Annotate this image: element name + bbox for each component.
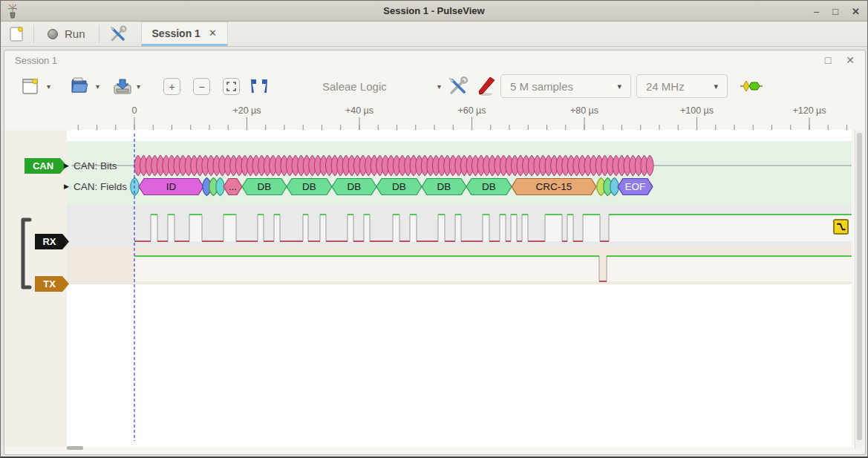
can-bit-annotation (185, 155, 192, 176)
decoder-tag-can[interactable]: CAN (25, 158, 67, 174)
can-bit-annotation (140, 155, 148, 176)
can-bit-annotation (219, 155, 226, 176)
can-bit-annotation (528, 155, 535, 176)
can-field-label: DB (258, 181, 272, 192)
can-bit-annotation (213, 155, 221, 176)
channel-tag-rx[interactable]: RX (35, 234, 69, 249)
can-field-annotation (604, 178, 612, 196)
vertical-scrollbar-handle[interactable] (857, 133, 862, 440)
can-field-label: ID (166, 181, 177, 192)
can-bit-annotation (235, 155, 243, 176)
falling-edge-icon (835, 221, 846, 232)
can-bit-annotation (590, 155, 598, 176)
tab-close-icon[interactable]: ✕ (209, 27, 217, 39)
can-bit-annotation (359, 155, 367, 176)
can-bit-annotation (472, 155, 480, 176)
can-bit-annotation (512, 155, 519, 176)
can-bit-annotation (168, 155, 175, 176)
can-bit-annotation (314, 155, 322, 176)
can-bit-annotation (556, 155, 564, 176)
rx-band (67, 205, 852, 246)
can-bit-annotation (551, 155, 558, 176)
can-bit-annotation (337, 155, 345, 176)
tx-band (67, 246, 852, 284)
channel-tag-tx[interactable]: TX (35, 276, 69, 292)
can-bit-annotation (151, 155, 159, 176)
can-bit-annotation (326, 155, 333, 176)
settings-button[interactable] (101, 22, 135, 46)
can-bit-annotation (264, 155, 271, 176)
plot-background (67, 130, 852, 447)
can-bit-annotation (517, 155, 524, 176)
can-field-label: DB (302, 181, 316, 192)
can-bit-annotation (624, 155, 631, 176)
window-title: Session 1 - PulseView (1, 5, 867, 16)
new-session-button[interactable] (1, 22, 32, 46)
expander-can-bits-icon[interactable]: ▶ (64, 162, 69, 169)
main-toolbar: Run Session 1 ✕ (1, 22, 867, 47)
can-bit-annotation (342, 155, 350, 176)
waveform-canvas: ID...DBDBDBDBDBDBCRC-15EOF (4, 50, 865, 454)
can-bit-annotation (483, 155, 491, 176)
can-bit-annotation (630, 155, 637, 176)
can-bit-annotation (601, 155, 609, 176)
can-field-annotation (618, 179, 653, 195)
can-bit-annotation (163, 155, 170, 176)
can-field-annotation (139, 179, 203, 195)
can-bit-annotation (157, 155, 164, 176)
can-field-label: EOF (625, 181, 646, 192)
tab-session-1[interactable]: Session 1 ✕ (141, 22, 228, 46)
trigger-marker[interactable] (833, 219, 849, 235)
can-bit-annotation (353, 155, 361, 176)
can-bit-annotation (146, 155, 153, 176)
maximize-button[interactable]: □ (832, 7, 838, 16)
can-bit-annotation (320, 155, 327, 176)
can-field-annotation (597, 178, 605, 196)
can-bit-annotation (489, 155, 496, 176)
vertical-scrollbar[interactable] (855, 130, 864, 449)
can-bit-annotation (196, 155, 203, 176)
can-bit-annotation (292, 155, 299, 176)
titlebar[interactable]: Session 1 - PulseView – □ ✕ (1, 1, 867, 22)
run-state-icon (48, 29, 58, 39)
can-field-annotation (131, 178, 139, 196)
can-bit-annotation (180, 155, 187, 176)
can-bit-annotation (258, 155, 266, 176)
close-button[interactable]: ✕ (852, 7, 860, 16)
can-field-label: ... (229, 181, 237, 192)
run-button[interactable]: Run (36, 22, 97, 46)
can-bit-annotation (432, 155, 440, 176)
can-field-label: DB (347, 181, 362, 192)
can-bit-annotation (275, 155, 282, 176)
can-bit-annotation (416, 155, 423, 176)
row-label-can-fields[interactable]: CAN: Fields (74, 181, 127, 192)
tab-label: Session 1 (152, 27, 200, 39)
can-bit-annotation (495, 155, 502, 176)
can-bit-annotation (303, 155, 310, 176)
can-field-annotation (422, 179, 466, 195)
can-bit-annotation (641, 155, 648, 176)
row-label-can-bits[interactable]: CAN: Bits (74, 160, 117, 171)
can-bit-annotation (573, 155, 581, 176)
can-field-label: DB (437, 181, 451, 192)
can-bit-annotation (539, 155, 546, 176)
can-field-annotation (223, 179, 242, 195)
can-bit-annotation (371, 155, 378, 176)
minimize-button[interactable]: – (814, 7, 819, 16)
expander-can-fields-icon[interactable]: ▶ (64, 183, 69, 190)
can-bit-annotation (331, 155, 339, 176)
pulseview-window: Session 1 - PulseView – □ ✕ Run (0, 0, 868, 458)
can-bit-annotation (438, 155, 446, 176)
channel-group-bracket[interactable] (23, 220, 30, 287)
horizontal-scrollbar[interactable] (67, 446, 83, 450)
can-field-annotation (203, 178, 211, 196)
can-bit-annotation (460, 155, 468, 176)
can-bit-annotation (578, 155, 586, 176)
trace-view[interactable]: ID...DBDBDBDBDBDBCRC-15EOF CAN ▶ CAN: Bi… (4, 50, 865, 454)
can-bit-annotation (567, 155, 575, 176)
can-bit-annotation (230, 155, 238, 176)
can-bit-annotation (635, 155, 642, 176)
can-bit-annotation (444, 155, 451, 176)
new-session-icon (8, 25, 25, 43)
can-bit-annotation (523, 155, 530, 176)
